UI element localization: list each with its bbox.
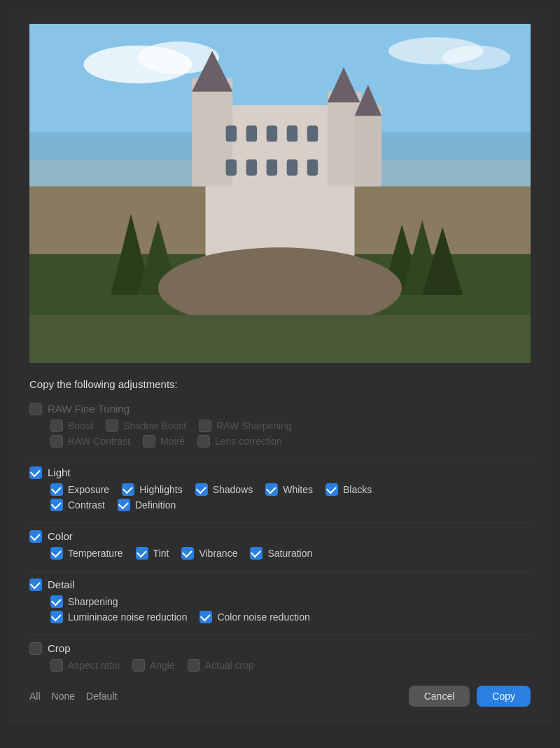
label-luminance-noise: Lumininace noise reduction xyxy=(68,611,187,623)
label-temperature: Temperature xyxy=(68,548,123,559)
color-subitems: Temperature Tint Vibrance Saturation xyxy=(29,547,531,560)
checkbox-raw-sharpening[interactable] xyxy=(199,420,211,432)
label-raw-fine-tuning: RAW Fine Tuning xyxy=(48,403,130,415)
svg-rect-19 xyxy=(287,125,298,141)
divider-3 xyxy=(29,571,531,572)
checkbox-detail[interactable] xyxy=(29,579,42,591)
label-detail: Detail xyxy=(48,579,74,590)
label-sharpening: Sharpening xyxy=(68,596,118,607)
label-actual-crop: Actual crop xyxy=(205,660,254,671)
check-item-tint: Tint xyxy=(136,547,169,560)
crop-subitems: Aspect ratio Angle Actual crop xyxy=(29,659,531,672)
check-item-highlights: Highlights xyxy=(122,483,182,496)
checkbox-definition[interactable] xyxy=(118,499,130,511)
divider-2 xyxy=(29,522,531,523)
checkbox-blacks[interactable] xyxy=(326,483,338,496)
all-link[interactable]: All xyxy=(29,691,41,702)
label-color-noise: Color noise reduction xyxy=(217,611,309,623)
label-crop: Crop xyxy=(48,642,71,654)
checkbox-aspect-ratio[interactable] xyxy=(50,659,63,672)
svg-rect-16 xyxy=(226,125,237,141)
label-vibrance: Vibrance xyxy=(199,548,237,559)
none-link[interactable]: None xyxy=(52,691,75,702)
checkbox-shadows[interactable] xyxy=(195,483,208,496)
label-shadow-boost: Shadow Boost xyxy=(123,420,186,431)
raw-subitems-row1: Boost Shadow Boost RAW Sharpening xyxy=(50,420,531,432)
svg-rect-25 xyxy=(307,160,318,176)
checkbox-color-noise[interactable] xyxy=(200,611,212,623)
checkbox-shadow-boost[interactable] xyxy=(106,420,118,432)
check-item-angle: Angle xyxy=(132,659,175,672)
label-highlights: Highlights xyxy=(139,484,182,495)
section-raw-fine-tuning: RAW Fine Tuning Boost Shadow Boost RAW S… xyxy=(29,403,531,448)
label-whites: Whites xyxy=(283,484,313,495)
label-color: Color xyxy=(48,530,73,542)
label-exposure: Exposure xyxy=(68,484,109,495)
checkbox-highlights[interactable] xyxy=(122,483,134,496)
label-saturation: Saturation xyxy=(267,548,312,559)
svg-rect-20 xyxy=(307,125,318,141)
copy-adjustments-heading: Copy the following adjustments: xyxy=(29,378,531,390)
raw-subitems-row2: RAW Contrast Moiré Lens correction xyxy=(50,435,531,448)
checkbox-raw-fine-tuning[interactable] xyxy=(29,403,42,415)
svg-rect-24 xyxy=(287,160,298,176)
divider-4 xyxy=(29,635,531,635)
check-item-blacks: Blacks xyxy=(326,483,372,496)
check-item-actual-crop: Actual crop xyxy=(188,659,254,672)
label-tint: Tint xyxy=(153,548,169,559)
detail-subitems-row1: Sharpening xyxy=(50,595,531,608)
svg-rect-18 xyxy=(267,125,277,141)
check-item-raw-sharpening: RAW Sharpening xyxy=(199,420,292,432)
svg-rect-32 xyxy=(29,315,531,363)
section-crop: Crop Aspect ratio Angle Actual crop xyxy=(29,642,531,672)
check-item-whites: Whites xyxy=(265,483,313,496)
checkbox-color[interactable] xyxy=(29,530,42,543)
label-aspect-ratio: Aspect ratio xyxy=(68,660,120,671)
detail-subitems-row2: Lumininace noise reduction Color noise r… xyxy=(50,611,531,623)
checkbox-angle[interactable] xyxy=(132,659,145,672)
check-item-shadow-boost: Shadow Boost xyxy=(106,420,186,432)
cancel-button[interactable]: Cancel xyxy=(409,686,470,707)
checkbox-luminance-noise[interactable] xyxy=(50,611,63,623)
light-subitems: Exposure Highlights Shadows Whites Black… xyxy=(29,483,531,511)
checkbox-lens-correction[interactable] xyxy=(197,435,210,448)
color-subitems-row1: Temperature Tint Vibrance Saturation xyxy=(50,547,531,560)
label-boost: Boost xyxy=(68,420,93,431)
check-item-contrast: Contrast xyxy=(50,499,105,511)
checkbox-vibrance[interactable] xyxy=(181,547,194,560)
checkbox-tint[interactable] xyxy=(136,547,148,560)
footer-buttons: Cancel Copy xyxy=(409,686,531,707)
check-item-shadows: Shadows xyxy=(195,483,253,496)
checkbox-boost[interactable] xyxy=(50,420,63,432)
check-item-raw-contrast: RAW Contrast xyxy=(50,435,130,448)
label-lens-correction: Lens correction xyxy=(215,436,282,447)
checkbox-contrast[interactable] xyxy=(50,499,63,511)
label-raw-sharpening: RAW Sharpening xyxy=(216,420,292,431)
light-subitems-row2: Contrast Definition xyxy=(50,499,531,511)
raw-fine-tuning-subitems: Boost Shadow Boost RAW Sharpening RAW Co… xyxy=(29,420,531,448)
checkbox-moire[interactable] xyxy=(143,435,155,448)
checkbox-saturation[interactable] xyxy=(250,547,262,560)
checkbox-whites[interactable] xyxy=(265,483,278,496)
checkbox-temperature[interactable] xyxy=(50,547,63,560)
section-color: Color Temperature Tint Vibrance Satu xyxy=(29,530,531,560)
check-item-luminance-noise: Lumininace noise reduction xyxy=(50,611,187,623)
copy-button[interactable]: Copy xyxy=(477,686,531,707)
checkbox-sharpening[interactable] xyxy=(50,595,63,608)
checkbox-crop[interactable] xyxy=(29,642,42,655)
check-item-saturation: Saturation xyxy=(250,547,312,560)
divider-1 xyxy=(29,459,531,459)
checkbox-actual-crop[interactable] xyxy=(188,659,200,672)
check-item-color-noise: Color noise reduction xyxy=(200,611,309,623)
checkbox-raw-contrast[interactable] xyxy=(50,435,63,448)
default-link[interactable]: Default xyxy=(86,691,117,702)
label-definition: Definition xyxy=(135,499,176,511)
section-detail: Detail Sharpening Lumininace noise reduc… xyxy=(29,579,531,623)
checkbox-light[interactable] xyxy=(29,466,42,479)
copy-adjustments-dialog: Copy the following adjustments: RAW Fine… xyxy=(7,7,553,726)
svg-rect-21 xyxy=(226,160,237,176)
label-contrast: Contrast xyxy=(68,499,105,511)
check-item-vibrance: Vibrance xyxy=(181,547,237,560)
label-shadows: Shadows xyxy=(213,484,253,495)
checkbox-exposure[interactable] xyxy=(50,483,63,496)
